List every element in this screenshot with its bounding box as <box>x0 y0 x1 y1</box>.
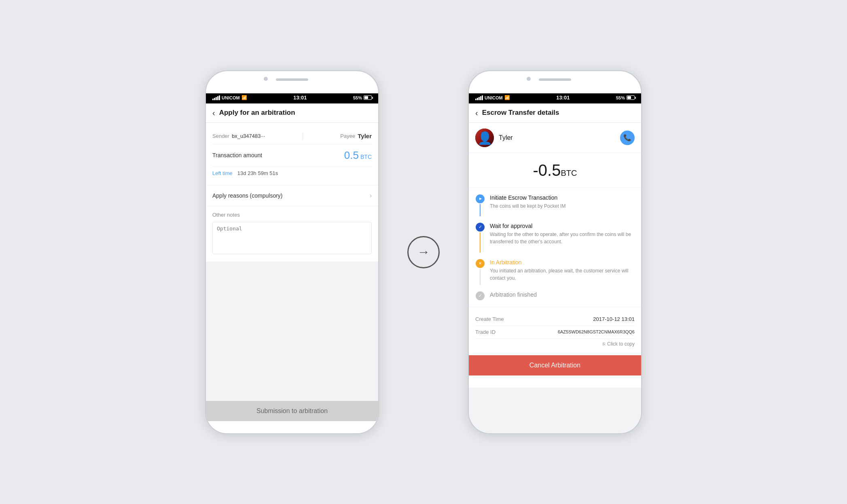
wifi-icon-1: 📶 <box>241 95 247 100</box>
timeline-title-finished: Arbitration finished <box>490 291 635 298</box>
big-amount: -0.5 <box>533 161 561 179</box>
call-button[interactable]: 📞 <box>620 131 635 145</box>
create-time-label: Create Time <box>475 316 504 322</box>
timeline-item-arbitration: In Arbitration You initiated an arbitrat… <box>475 259 635 285</box>
payee-label: Payee <box>340 133 355 139</box>
timeline-left-initiate <box>475 194 485 216</box>
avatar <box>475 129 494 147</box>
carrier-2: UNICOM <box>485 95 503 100</box>
phone-icon: 📞 <box>623 134 631 141</box>
create-time-value: 2017-10-12 13:01 <box>593 316 635 322</box>
empty-space <box>206 262 378 401</box>
phone-top-2 <box>469 71 641 92</box>
avatar-image <box>475 129 494 147</box>
phone-camera-2 <box>527 77 531 81</box>
transaction-row: Transaction amount 0.5 BTC <box>212 144 372 167</box>
battery-2 <box>627 95 635 100</box>
trade-id-label: Trade ID <box>475 329 495 335</box>
battery-fill-2 <box>627 96 631 99</box>
sender-value: bx_u347483··· <box>232 133 265 139</box>
signal-pct-2: 55% <box>616 95 625 100</box>
phone-top-1 <box>206 71 378 92</box>
scene: UNICOM 📶 13:01 55% ‹ Apply for an arbitr… <box>0 0 847 504</box>
timeline-dot-wait <box>476 223 485 232</box>
timeline-section: Initiate Escrow Transaction The coins wi… <box>469 188 641 307</box>
arrow-icon: → <box>417 245 430 259</box>
copy-row[interactable]: ⎘ Click to copy <box>475 339 635 349</box>
status-left-2: UNICOM 📶 <box>475 95 510 100</box>
signal-bars-2 <box>475 95 483 100</box>
timeline-left-wait <box>475 223 485 253</box>
status-bar-2: UNICOM 📶 13:01 55% <box>469 92 641 103</box>
battery-fill-1 <box>364 96 368 99</box>
transaction-label: Transaction amount <box>212 152 262 158</box>
profile-name: Tyler <box>499 134 620 141</box>
details-section: Create Time 2017-10-12 13:01 Trade ID 6A… <box>469 307 641 355</box>
phone-speaker-1 <box>276 78 308 81</box>
screen1-body: Sender bx_u347483··· Payee Tyler Transac… <box>206 123 378 433</box>
time-2: 13:01 <box>556 95 570 101</box>
timeline-desc-wait: Waiting for the other to operate, after … <box>490 231 635 245</box>
back-button-1[interactable]: ‹ <box>212 108 215 118</box>
reasons-row[interactable]: Apply reasons (compulsory) › <box>206 186 378 206</box>
status-right-2: 55% <box>616 95 635 100</box>
sender-label: Sender <box>212 133 229 139</box>
status-left-1: UNICOM 📶 <box>212 95 247 100</box>
timeline-item-wait: Wait for approval Waiting for the other … <box>475 223 635 253</box>
timeline-desc-initiate: The coins will be kept by Pocket IM <box>490 202 635 210</box>
timeline-dot-arbitration <box>476 259 485 268</box>
timeline-dot-finished <box>476 291 485 300</box>
timeline-title-initiate: Initiate Escrow Transaction <box>490 194 635 201</box>
phone-camera-1 <box>264 77 268 81</box>
trade-id-row: Trade ID 6AZ5SWD62N8GST2CNMAX6R3QQ6 <box>475 326 635 339</box>
status-bar-1: UNICOM 📶 13:01 55% <box>206 92 378 103</box>
time-row: Left time 13d 23h 59m 51s <box>212 167 372 179</box>
timeline-line-arbitration <box>480 269 481 285</box>
signal-pct-1: 55% <box>353 95 362 100</box>
nav-bar-1: ‹ Apply for an arbitration <box>206 103 378 123</box>
time-1: 13:01 <box>293 95 307 101</box>
phone-bottom-1 <box>206 421 378 433</box>
time-value: 13d 23h 59m 51s <box>237 170 278 176</box>
trade-id-value: 6AZ5SWD62N8GST2CNMAX6R3QQ6 <box>558 329 635 334</box>
notes-label: Other notes <box>212 212 372 218</box>
phone-1: UNICOM 📶 13:01 55% ‹ Apply for an arbitr… <box>205 70 379 434</box>
screen2-body: Tyler 📞 -0.5BTC Initiate Escr <box>469 123 641 433</box>
phone-speaker-2 <box>539 78 571 81</box>
submit-button[interactable]: Submission to arbitration <box>206 401 378 421</box>
cancel-button[interactable]: Cancel Arbitration <box>469 355 641 375</box>
timeline-title-arbitration: In Arbitration <box>490 259 635 266</box>
timeline-item-finished: Arbitration finished <box>475 291 635 300</box>
create-time-row: Create Time 2017-10-12 13:01 <box>475 313 635 326</box>
timeline-content-initiate: Initiate Escrow Transaction The coins wi… <box>490 194 635 210</box>
timeline-content-finished: Arbitration finished <box>490 291 635 299</box>
nav-bar-2: ‹ Escrow Transfer details <box>469 103 641 123</box>
page-title-1: Apply for an arbitration <box>219 109 295 117</box>
transaction-amount: 0.5 BTC <box>344 149 372 162</box>
page-title-2: Escrow Transfer details <box>482 109 559 117</box>
carrier-1: UNICOM <box>222 95 240 100</box>
amount-unit: BTC <box>360 154 372 160</box>
copy-text[interactable]: Click to copy <box>607 341 635 347</box>
timeline-title-wait: Wait for approval <box>490 223 635 229</box>
timeline-left-arbitration <box>475 259 485 285</box>
chevron-right-icon: › <box>370 192 372 199</box>
arrow-container: → <box>403 236 444 268</box>
timeline-desc-arbitration: You initiated an arbitration, please wai… <box>490 267 635 282</box>
amount-section: -0.5BTC <box>469 153 641 188</box>
notes-textarea[interactable] <box>212 222 372 254</box>
status-right-1: 55% <box>353 95 372 100</box>
timeline-left-finished <box>475 291 485 300</box>
timeline-item-initiate: Initiate Escrow Transaction The coins wi… <box>475 194 635 216</box>
copy-icon: ⎘ <box>603 342 606 346</box>
back-button-2[interactable]: ‹ <box>475 108 478 118</box>
amount-num: 0.5 <box>344 149 359 162</box>
timeline-dot-initiate <box>476 194 485 203</box>
battery-1 <box>364 95 372 100</box>
profile-section: Tyler 📞 <box>469 123 641 153</box>
wifi-icon-2: 📶 <box>504 95 510 100</box>
timeline-content-arbitration: In Arbitration You initiated an arbitrat… <box>490 259 635 282</box>
payee-section: Payee Tyler <box>340 133 372 139</box>
time-label: Left time <box>212 170 233 176</box>
timeline-line-wait <box>480 232 481 253</box>
